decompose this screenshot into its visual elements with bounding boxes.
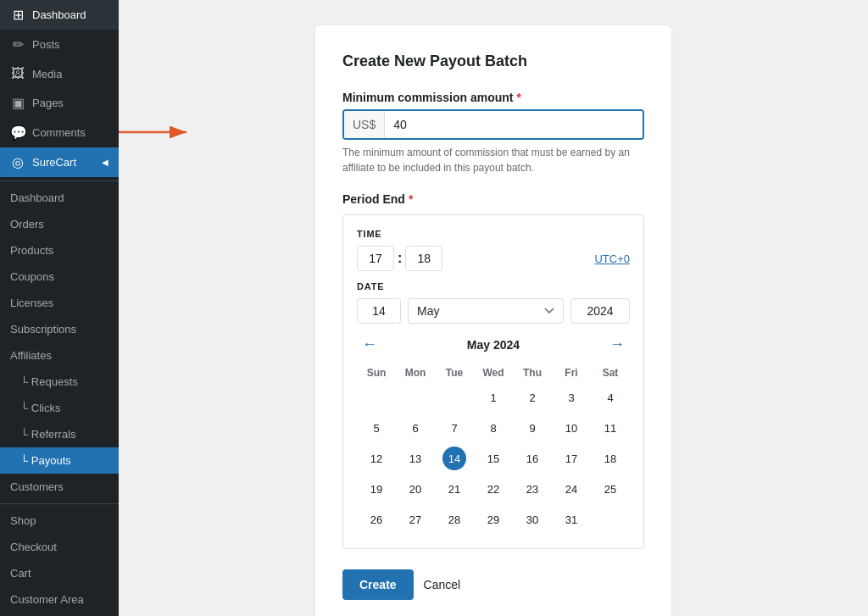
calendar-day[interactable]: 26 (357, 504, 396, 535)
sidebar-item-label: Media (32, 68, 62, 80)
arrow-annotation (119, 117, 195, 151)
sidebar-item-pages[interactable]: ▣ Pages (0, 88, 119, 118)
sidebar-item-customers[interactable]: Customers (0, 474, 119, 500)
sidebar-item-sc-dashboard[interactable]: Dashboard (0, 185, 119, 211)
calendar-day[interactable]: 18 (591, 443, 630, 474)
sidebar-item-dashboard-top[interactable]: ⊞ Dashboard (0, 0, 119, 30)
calendar-day[interactable]: 9 (513, 413, 552, 443)
calendar-day[interactable]: 6 (396, 413, 435, 443)
sidebar-item-products[interactable]: Products (0, 237, 119, 264)
calendar-day[interactable]: 5 (357, 413, 396, 443)
calendar-grid: Sun Mon Tue Wed Thu Fri Sat 123456789101… (357, 363, 630, 535)
calendar-day[interactable]: 8 (474, 413, 513, 443)
sidebar-item-customer-area[interactable]: Customer Area (0, 586, 119, 613)
sidebar-item-label: └ Clicks (20, 402, 61, 414)
sidebar-item-surecart[interactable]: ◎ SureCart ◀ (0, 147, 119, 177)
sidebar-item-affiliates[interactable]: Affiliates (0, 342, 119, 369)
calendar-day[interactable]: 25 (591, 474, 630, 504)
sidebar-item-shop[interactable]: Shop (0, 508, 119, 534)
sidebar-item-posts[interactable]: ✏ Posts (0, 30, 119, 59)
calendar-day[interactable]: 11 (591, 413, 630, 443)
comments-icon: 💬 (10, 125, 25, 141)
calendar-day[interactable]: 23 (513, 474, 552, 504)
min-commission-field: Minimum commission amount * US$ The mini… (342, 91, 644, 175)
calendar-day[interactable]: 2 (513, 382, 552, 413)
surecart-arrow: ◀ (102, 158, 108, 167)
dashboard-icon: ⊞ (10, 7, 25, 23)
sidebar-item-label: Products (10, 244, 53, 257)
sidebar: ⊞ Dashboard ✏ Posts 🖼 Media ▣ Pages 💬 Co… (0, 0, 119, 616)
calendar-day[interactable]: 19 (357, 474, 396, 504)
media-icon: 🖼 (10, 66, 25, 81)
sidebar-item-label: Affiliates (10, 349, 52, 362)
day-input[interactable] (357, 298, 401, 324)
min-commission-label: Minimum commission amount * (342, 91, 644, 104)
calendar-day[interactable]: 10 (552, 413, 591, 443)
calendar-day[interactable]: 15 (474, 443, 513, 474)
timezone-label[interactable]: UTC+0 (594, 253, 630, 265)
sidebar-item-subscriptions[interactable]: Subscriptions (0, 316, 119, 342)
sidebar-item-label: Posts (32, 38, 60, 51)
sidebar-item-requests[interactable]: └ Requests (0, 369, 119, 395)
calendar-day[interactable]: 27 (396, 504, 435, 535)
calendar-day[interactable]: 7 (435, 413, 474, 443)
minute-input[interactable] (405, 246, 442, 271)
calendar-day[interactable]: 4 (591, 382, 630, 413)
sidebar-item-label: Coupons (10, 270, 54, 283)
calendar-day[interactable]: 30 (513, 504, 552, 535)
cal-header-fri: Fri (552, 363, 591, 382)
sidebar-item-clicks[interactable]: └ Clicks (0, 395, 119, 421)
calendar-day[interactable]: 22 (474, 474, 513, 504)
calendar-day[interactable]: 1 (474, 382, 513, 413)
calendar-day[interactable]: 3 (552, 382, 591, 413)
sidebar-item-coupons[interactable]: Coupons (0, 264, 119, 290)
time-row: : UTC+0 (357, 246, 630, 271)
year-input[interactable] (570, 298, 630, 324)
calendar-day[interactable]: 17 (552, 443, 591, 474)
time-section-label: TIME (357, 229, 630, 239)
date-row: January February March April May June Ju… (357, 298, 630, 324)
calendar-prev-button[interactable]: ← (357, 334, 382, 355)
create-button[interactable]: Create (342, 569, 414, 600)
calendar-day[interactable]: 31 (552, 504, 591, 535)
cal-header-wed: Wed (474, 363, 513, 382)
period-end-required-star: * (409, 192, 413, 206)
calendar-day (396, 382, 435, 413)
sidebar-item-label: └ Referrals (20, 428, 76, 441)
cal-header-tue: Tue (435, 363, 474, 382)
calendar-day (435, 382, 474, 413)
sidebar-item-label: Dashboard (32, 8, 86, 21)
calendar-next-button[interactable]: → (604, 334, 630, 355)
sidebar-item-cart[interactable]: Cart (0, 560, 119, 586)
calendar-day[interactable]: 14 (435, 443, 474, 474)
cancel-button[interactable]: Cancel (424, 569, 461, 600)
period-end-field: Period End * TIME : UTC+0 (342, 192, 644, 549)
sidebar-item-media[interactable]: 🖼 Media (0, 59, 119, 88)
calendar-day (357, 382, 396, 413)
main-content: Create New Payout Batch Minimum commissi… (119, 0, 868, 616)
sidebar-item-comments[interactable]: 💬 Comments (0, 118, 119, 147)
sidebar-item-payouts[interactable]: └ Payouts (0, 447, 119, 474)
amount-input-wrapper: US$ (342, 109, 644, 140)
month-select[interactable]: January February March April May June Ju… (408, 298, 564, 324)
sidebar-item-checkout[interactable]: Checkout (0, 534, 119, 560)
calendar-day[interactable]: 13 (396, 443, 435, 474)
sidebar-item-licenses[interactable]: Licenses (0, 290, 119, 316)
calendar-day[interactable]: 29 (474, 504, 513, 535)
sidebar-item-custom-forms[interactable]: Custom Forms (0, 613, 119, 616)
amount-input[interactable] (385, 111, 643, 138)
calendar-day[interactable]: 12 (357, 443, 396, 474)
calendar-day[interactable]: 24 (552, 474, 591, 504)
calendar-day[interactable]: 21 (435, 474, 474, 504)
sidebar-item-label: Licenses (10, 297, 53, 309)
sidebar-item-referrals[interactable]: └ Referrals (0, 421, 119, 447)
calendar-day[interactable]: 20 (396, 474, 435, 504)
calendar-nav: ← May 2024 → (357, 334, 630, 355)
sidebar-item-label: Checkout (10, 541, 57, 553)
calendar-day[interactable]: 28 (435, 504, 474, 535)
hour-input[interactable] (357, 246, 394, 271)
sidebar-item-label: Orders (10, 218, 44, 230)
card-title: Create New Payout Batch (342, 53, 644, 70)
sidebar-item-orders[interactable]: Orders (0, 211, 119, 237)
calendar-day[interactable]: 16 (513, 443, 552, 474)
